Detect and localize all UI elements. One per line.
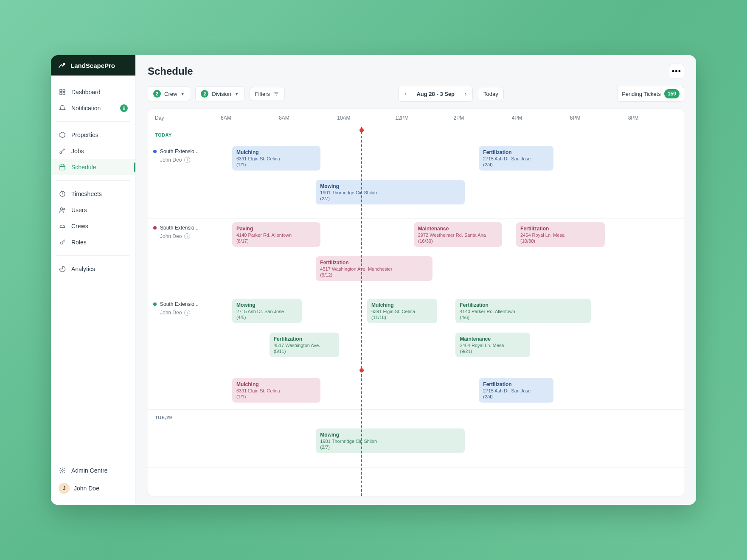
page-header: Schedule ••• [136, 55, 696, 79]
schedule-event[interactable]: Fertilization 2464 Royal Ln. Mesa (10/30… [516, 222, 604, 247]
sidebar-item-label: Admin Centre [71, 467, 108, 474]
event-title: Mulching [371, 302, 433, 308]
now-dot-icon [359, 368, 364, 372]
event-title: Fertilization [483, 381, 549, 387]
schedule-event[interactable]: Mulching 6391 Elgin St. Celina (11/18) [367, 299, 437, 323]
event-progress: (11/18) [371, 315, 433, 320]
time-col: 8PM [626, 109, 684, 127]
crew-color-dot [153, 302, 157, 306]
info-icon[interactable]: i [184, 310, 190, 316]
sidebar-item-label: Dashboard [71, 89, 101, 95]
crew-info: South Extensio... John Deoi [148, 295, 218, 409]
sidebar-item-timesheets[interactable]: Timesheets [51, 186, 135, 202]
schedule-event[interactable]: Fertilization 4140 Parker Rd. Allentown … [455, 299, 590, 323]
sidebar-item-notification[interactable]: Notification 9 [51, 100, 135, 116]
sidebar-item-label: Jobs [71, 148, 84, 154]
event-address: 2972 Westheimer Rd. Santa Ana [418, 232, 498, 238]
hex-icon [59, 131, 66, 139]
pie-icon [59, 265, 66, 273]
crew-row: South Extensio... John Deoi Paving 4140 … [148, 219, 684, 295]
sidebar-item-label: Notification [71, 105, 101, 112]
page-title: Schedule [148, 65, 193, 77]
section-today: TODAY [148, 127, 684, 143]
sidebar-item-jobs[interactable]: Jobs [51, 143, 135, 159]
sidebar-item-properties[interactable]: Properties [51, 127, 135, 143]
crew-lane: Mowing 2715 Ash Dr. San Jose (4/5) Mulch… [218, 295, 684, 409]
svg-point-12 [63, 208, 65, 210]
schedule-event[interactable]: Mulching 6391 Elgin St. Celina (1/1) [232, 378, 320, 403]
date-range: Aug 28 - 3 Sep [412, 91, 459, 97]
info-icon[interactable]: i [184, 233, 190, 239]
schedule-event[interactable]: Paving 4140 Parker Rd. Allentown (8/17) [232, 222, 320, 247]
pending-tickets-button[interactable]: Pending Tickets 159 [617, 86, 684, 102]
event-progress: (10/30) [520, 238, 600, 244]
crew-rows-next: Mowing 1901 Thornridge Cir. Shiloh (2/7) [148, 425, 684, 468]
users-icon [59, 206, 66, 214]
time-col: 10AM [334, 109, 393, 127]
now-dot-icon [359, 128, 364, 132]
schedule-event[interactable]: Mulching 6391 Elgin St. Celina (1/1) [232, 146, 320, 171]
sidebar-item-analytics[interactable]: Analytics [51, 261, 135, 277]
sidebar-item-label: Timesheets [71, 190, 102, 197]
schedule-event[interactable]: Maintenance 2464 Royal Ln. Mesa (9/21) [455, 333, 530, 357]
sidebar-item-roles[interactable]: Roles [51, 234, 135, 250]
sidebar-item-users[interactable]: Users [51, 202, 135, 218]
calendar-icon [59, 163, 66, 171]
schedule-event[interactable]: Fertilization 2715 Ash Dr. San Jose (2/4… [479, 378, 553, 403]
time-col: 8AM [276, 109, 334, 127]
next-button[interactable]: › [459, 86, 472, 101]
pending-count: 159 [664, 89, 680, 98]
crew-info: South Extensio... John Deoi [148, 219, 218, 295]
crew-filter[interactable]: 2 Crew ▼ [148, 86, 190, 101]
schedule-event[interactable]: Fertilization 2715 Ash Dr. San Jose (2/4… [479, 146, 553, 171]
sidebar-item-crews[interactable]: Crews [51, 218, 135, 234]
event-title: Mowing [236, 302, 298, 308]
link-icon [59, 147, 66, 155]
crew-color-dot [153, 226, 157, 230]
bell-icon [59, 104, 66, 112]
crew-info [148, 425, 218, 467]
svg-rect-3 [60, 92, 62, 95]
schedule-event[interactable]: Fertilization 4517 Washington Ave. Manch… [316, 256, 432, 281]
prev-button[interactable]: ‹ [399, 86, 412, 101]
schedule-event[interactable]: Mowing 1901 Thornridge Cir. Shiloh (2/7) [316, 428, 465, 453]
sidebar-item-admin[interactable]: Admin Centre [51, 462, 135, 479]
event-title: Fertilization [483, 149, 549, 155]
svg-rect-2 [63, 90, 65, 92]
more-button[interactable]: ••• [669, 64, 684, 79]
grid-icon [59, 88, 66, 96]
today-button[interactable]: Today [478, 87, 504, 101]
schedule-event[interactable]: Fertilization 4517 Washington Ave. (5/11… [270, 333, 340, 357]
event-progress: (2/7) [320, 445, 461, 450]
schedule-event[interactable]: Mowing 1901 Thornridge Cir. Shiloh (2/7) [316, 180, 465, 204]
time-columns: 6AM8AM10AM12PM2PM4PM6PM8PM [218, 109, 684, 127]
schedule-event[interactable]: Maintenance 2972 Westheimer Rd. Santa An… [414, 222, 502, 247]
event-progress: (9/21) [460, 349, 526, 354]
nav-separator [56, 255, 130, 256]
schedule-body[interactable]: TODAY South Extensio... John Deoi Mulchi… [148, 127, 684, 496]
division-filter[interactable]: 2 Division ▼ [195, 86, 244, 101]
division-count: 2 [201, 90, 208, 98]
svg-rect-1 [60, 90, 62, 92]
event-progress: (2/7) [320, 196, 461, 201]
now-indicator [361, 127, 362, 496]
filters-button[interactable]: Filters [250, 87, 285, 101]
sidebar-item-label: Analytics [71, 266, 95, 272]
clock-icon [59, 190, 66, 198]
sidebar-item-schedule[interactable]: Schedule [51, 159, 135, 175]
brand-logo-icon [58, 61, 66, 70]
svg-point-14 [62, 470, 63, 471]
info-icon[interactable]: i [184, 157, 190, 163]
svg-point-0 [63, 63, 65, 64]
current-user[interactable]: J John Doe [51, 479, 135, 498]
sidebar-item-dashboard[interactable]: Dashboard [51, 84, 135, 100]
chevron-down-icon: ▼ [180, 92, 185, 96]
event-title: Mowing [320, 183, 461, 189]
day-header: Day [148, 109, 218, 127]
schedule-event[interactable]: Mowing 2715 Ash Dr. San Jose (4/5) [232, 299, 302, 323]
event-progress: (16/30) [418, 238, 498, 244]
crew-count: 2 [153, 90, 161, 98]
event-title: Maintenance [418, 226, 498, 232]
crew-lead: John Deoi [153, 157, 213, 163]
gear-icon [59, 467, 66, 474]
